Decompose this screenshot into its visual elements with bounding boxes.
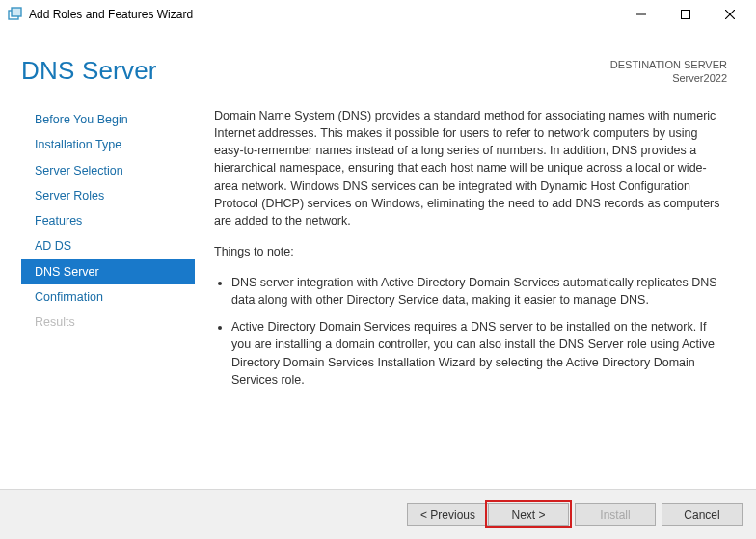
header-row: DNS Server DESTINATION SERVER Server2022 (0, 29, 756, 86)
nav-item-dns-server[interactable]: DNS Server (21, 259, 195, 284)
intro-text: Domain Name System (DNS) provides a stan… (214, 107, 727, 229)
maximize-button[interactable] (663, 0, 708, 29)
next-button[interactable]: Next > (488, 503, 569, 526)
titlebar: Add Roles and Features Wizard (0, 0, 756, 29)
nav-item-before-you-begin[interactable]: Before You Begin (21, 107, 195, 132)
notes-heading: Things to note: (214, 243, 727, 260)
window-controls (619, 0, 752, 29)
nav-item-server-roles[interactable]: Server Roles (21, 183, 195, 208)
note-bullet: DNS server integration with Active Direc… (231, 274, 727, 309)
note-bullet: Active Directory Domain Services require… (231, 318, 727, 389)
previous-button[interactable]: < Previous (407, 503, 488, 526)
close-button[interactable] (708, 0, 752, 29)
window-title: Add Roles and Features Wizard (29, 8, 619, 21)
wizard-nav: Before You BeginInstallation TypeServer … (21, 107, 195, 398)
install-button: Install (575, 503, 656, 526)
svg-rect-1 (12, 8, 21, 16)
nav-button-pair: < Previous Next > (407, 503, 569, 526)
nav-item-server-selection[interactable]: Server Selection (21, 158, 195, 183)
destination-label: DESTINATION SERVER (610, 58, 727, 71)
destination-box: DESTINATION SERVER Server2022 (610, 56, 727, 86)
nav-item-features[interactable]: Features (21, 208, 195, 233)
page-title: DNS Server (21, 56, 610, 86)
nav-item-ad-ds[interactable]: AD DS (21, 233, 195, 258)
nav-item-installation-type[interactable]: Installation Type (21, 132, 195, 157)
nav-item-results: Results (21, 310, 195, 335)
nav-item-confirmation[interactable]: Confirmation (21, 284, 195, 310)
svg-rect-3 (682, 10, 690, 18)
cancel-button[interactable]: Cancel (662, 503, 742, 526)
minimize-button[interactable] (619, 0, 663, 29)
notes-list: DNS server integration with Active Direc… (214, 274, 727, 389)
destination-value: Server2022 (610, 71, 727, 85)
app-icon (8, 7, 23, 22)
main-content: Domain Name System (DNS) provides a stan… (195, 107, 727, 398)
footer: < Previous Next > Install Cancel (0, 489, 756, 539)
